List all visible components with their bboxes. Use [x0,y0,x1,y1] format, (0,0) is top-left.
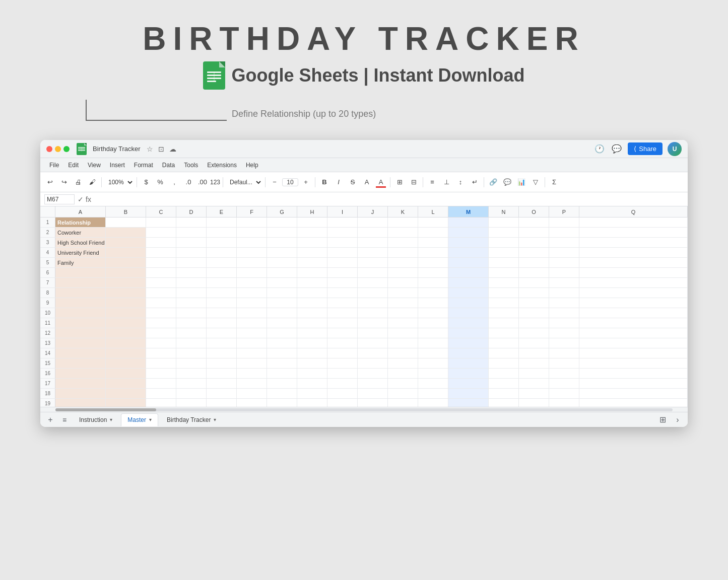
cell-a11[interactable] [55,318,106,328]
col-header-p[interactable]: P [549,206,579,217]
cell-m14[interactable] [448,348,489,358]
cell-n5[interactable] [489,258,519,267]
comment-btn[interactable]: 💬 [501,176,514,189]
cell-k4[interactable] [388,248,418,257]
decrease-font-button[interactable]: − [268,176,281,189]
cell-b10[interactable] [106,308,146,318]
cell-a12[interactable] [55,328,106,338]
cell-m7[interactable] [448,278,489,287]
cell-k8[interactable] [388,288,418,298]
cell-j17[interactable] [358,379,388,388]
cell-o3[interactable] [519,238,549,247]
tab-master[interactable]: Master ▾ [121,413,158,426]
cell-b3[interactable] [106,238,146,247]
cell-p5[interactable] [549,258,579,267]
cell-q13[interactable] [579,338,688,348]
cell-h18[interactable] [297,389,327,398]
menu-edit[interactable]: Edit [64,160,83,170]
cell-i7[interactable] [327,278,358,287]
col-header-l[interactable]: L [418,206,448,217]
cell-g11[interactable] [267,318,297,328]
cell-e8[interactable] [207,288,237,298]
cell-k12[interactable] [388,328,418,338]
menu-insert[interactable]: Insert [106,160,129,170]
cell-f5[interactable] [237,258,267,267]
cell-b18[interactable] [106,389,146,398]
cell-h12[interactable] [297,328,327,338]
cell-f13[interactable] [237,338,267,348]
cell-o12[interactable] [519,328,549,338]
cell-i5[interactable] [327,258,358,267]
col-header-o[interactable]: O [519,206,549,217]
comma-button[interactable]: , [168,176,181,189]
text-wrap-button[interactable]: ↵ [468,176,481,189]
cell-g10[interactable] [267,308,297,318]
cell-b7[interactable] [106,278,146,287]
cell-a5[interactable]: Family [55,258,106,267]
col-header-n[interactable]: N [489,206,519,217]
cell-d7[interactable] [176,278,207,287]
menu-file[interactable]: File [45,160,63,170]
cell-c19[interactable] [146,399,176,407]
col-header-m[interactable]: M [448,206,489,217]
cell-j12[interactable] [358,328,388,338]
tab-instruction-dropdown[interactable]: ▾ [110,417,112,422]
cell-b14[interactable] [106,348,146,358]
cell-f18[interactable] [237,389,267,398]
cell-c16[interactable] [146,369,176,378]
cell-i19[interactable] [327,399,358,407]
horizontal-scrollbar[interactable] [40,407,688,412]
col-header-h[interactable]: H [297,206,327,217]
user-avatar[interactable]: U [668,142,682,156]
cell-i15[interactable] [327,358,358,368]
cell-f10[interactable] [237,308,267,318]
cell-c17[interactable] [146,379,176,388]
menu-format[interactable]: Format [130,160,157,170]
cell-q16[interactable] [579,369,688,378]
menu-data[interactable]: Data [158,160,179,170]
cell-q18[interactable] [579,389,688,398]
cell-k15[interactable] [388,358,418,368]
cell-h19[interactable] [297,399,327,407]
menu-help[interactable]: Help [242,160,262,170]
cell-e15[interactable] [207,358,237,368]
cell-k18[interactable] [388,389,418,398]
cell-a13[interactable] [55,338,106,348]
cell-m17[interactable] [448,379,489,388]
cell-d3[interactable] [176,238,207,247]
cell-i8[interactable] [327,288,358,298]
borders-button[interactable]: ⊞ [393,176,406,189]
cell-o13[interactable] [519,338,549,348]
cell-g6[interactable] [267,268,297,277]
cell-l6[interactable] [418,268,448,277]
cell-m11[interactable] [448,318,489,328]
cell-k19[interactable] [388,399,418,407]
cell-g13[interactable] [267,338,297,348]
merge-button[interactable]: ⊟ [407,176,420,189]
cell-m4[interactable] [448,248,489,257]
cell-o9[interactable] [519,298,549,308]
cell-k7[interactable] [388,278,418,287]
cell-b9[interactable] [106,298,146,308]
text-rotate-button[interactable]: ↕ [454,176,467,189]
cell-i18[interactable] [327,389,358,398]
cell-a16[interactable] [55,369,106,378]
cell-m19[interactable] [448,399,489,407]
cell-b13[interactable] [106,338,146,348]
cell-c18[interactable] [146,389,176,398]
cell-c14[interactable] [146,348,176,358]
cell-q10[interactable] [579,308,688,318]
col-header-e[interactable]: E [207,206,237,217]
cell-g15[interactable] [267,358,297,368]
cell-q12[interactable] [579,328,688,338]
cell-d19[interactable] [176,399,207,407]
cell-f11[interactable] [237,318,267,328]
menu-view[interactable]: View [84,160,105,170]
cell-q5[interactable] [579,258,688,267]
cell-i11[interactable] [327,318,358,328]
cell-q8[interactable] [579,288,688,298]
cell-j7[interactable] [358,278,388,287]
cell-n9[interactable] [489,298,519,308]
cell-g12[interactable] [267,328,297,338]
tab-birthday-tracker[interactable]: Birthday Tracker ▾ [160,413,223,426]
